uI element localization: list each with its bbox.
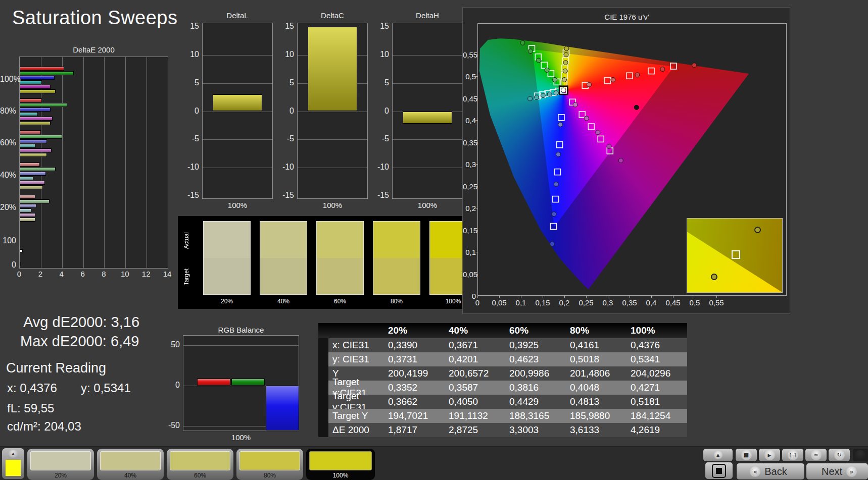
continuous-button[interactable]: ∞ <box>805 449 827 461</box>
table-cell: 200,9986 <box>505 366 566 381</box>
delta-bar <box>308 27 357 112</box>
y-group-label: 100 <box>0 236 16 245</box>
max-de2000-stat: Max dE2000: 6,49 <box>20 333 139 350</box>
y-tick-label: -10 <box>182 163 199 172</box>
bar-yellow-100% <box>20 89 56 93</box>
tick <box>543 296 543 298</box>
avg-de2000-stat: Avg dE2000: 3,16 <box>23 314 139 331</box>
table-row-gutter <box>318 381 328 395</box>
bar-blue-80% <box>20 108 51 112</box>
current-patch-button[interactable]: ▲ <box>2 448 24 479</box>
swatch-column-label: 100% <box>446 298 461 305</box>
y-group-label: 80% <box>0 106 16 116</box>
bar-green-60% <box>20 135 62 139</box>
current-cdm2-value: cd/m²: 204,03 <box>7 419 81 434</box>
y-tick-label: 15 <box>182 22 199 31</box>
actual-swatch <box>317 222 363 258</box>
tick <box>716 296 717 298</box>
tick <box>475 76 478 77</box>
measurement-table: 20%40%60%80%100%x: CIE310,33900,36710,39… <box>318 323 687 437</box>
tile-swatch <box>170 451 230 470</box>
bar-100 <box>20 249 23 252</box>
bar-red-60% <box>20 130 41 134</box>
play-button[interactable]: ▶ <box>759 449 780 461</box>
y-tick-label: 10 <box>277 50 294 59</box>
cie-zoom-inset <box>687 218 783 293</box>
back-button[interactable]: « Back <box>737 463 804 479</box>
table-header-cell: 60% <box>505 323 566 338</box>
tick <box>651 296 652 298</box>
cie-x-tick-label: 0,35 <box>622 298 637 307</box>
bar-0 <box>20 262 21 265</box>
tick <box>630 296 630 298</box>
saturation-tile-100%[interactable]: 100% <box>306 449 375 480</box>
bar-yellow-20% <box>20 218 35 222</box>
table-cell: 0,5341 <box>626 352 687 366</box>
gridline <box>203 112 272 112</box>
tile-swatch <box>309 451 372 470</box>
table-row: ΔE 20001,87172,87253,30033,61334,2619 <box>318 423 687 437</box>
saturation-tile-60%[interactable]: 60% <box>167 449 233 480</box>
toolbar-up-button[interactable]: ▲ <box>703 449 733 461</box>
actual-row-label: Actual <box>183 232 190 249</box>
bar-green-20% <box>20 199 50 203</box>
y-group-label: 0 <box>0 260 16 270</box>
y-tick-label: 0 <box>277 106 294 116</box>
y-tick-label: 15 <box>372 22 389 31</box>
saturation-tile-20%[interactable]: 20% <box>27 449 94 480</box>
table-cell: 0,3352 <box>384 381 445 395</box>
stop-button[interactable]: ■ <box>736 449 757 461</box>
bar-magenta-40% <box>20 181 45 185</box>
next-chevron-icon: » <box>846 466 857 477</box>
cie-y-tick-label: 0,05 <box>463 270 476 278</box>
deltal-x-label: 100% <box>202 201 273 209</box>
cie-y-tick-label: 0,2 <box>463 204 476 212</box>
table-cell: 0,3662 <box>384 395 445 409</box>
back-button-label: Back <box>764 466 787 477</box>
gridline <box>104 57 105 268</box>
bar-red-100% <box>20 67 64 71</box>
back-chevron-icon: « <box>750 466 760 477</box>
gridline <box>298 139 367 140</box>
gridline <box>125 57 126 268</box>
tick <box>475 164 478 165</box>
swatch-column-40% <box>260 221 307 295</box>
swatch-column-60% <box>316 221 364 295</box>
saturation-tile-80%[interactable]: 80% <box>236 449 303 480</box>
cie-x-tick-label: 0,55 <box>709 298 724 307</box>
step-button[interactable]: [··] <box>782 449 803 461</box>
delta-bar <box>403 112 452 124</box>
tick <box>475 230 478 231</box>
table-cell: 200,6572 <box>445 366 505 381</box>
table-cell: 194,7021 <box>384 409 445 423</box>
table-row-gutter <box>318 366 328 381</box>
table-cell: 0,3731 <box>384 352 445 366</box>
table-cell: 2,8725 <box>445 423 505 437</box>
table-header-cell: 20% <box>384 323 445 338</box>
stop-target-button[interactable] <box>705 462 733 479</box>
table-cell: 191,1132 <box>445 409 505 423</box>
saturation-tile-40%[interactable]: 40% <box>97 449 164 480</box>
bar-green-40% <box>20 167 56 171</box>
tick <box>673 296 673 298</box>
bar-magenta-80% <box>20 117 53 121</box>
y-tick-label: 0 <box>372 106 389 116</box>
refresh-button[interactable]: ↻ <box>829 449 850 461</box>
y-tick-label: -10 <box>372 163 389 172</box>
deltal-chart <box>202 23 273 199</box>
table-cell: 201,4806 <box>566 366 626 381</box>
patch-up-arrow-icon[interactable]: ▲ <box>8 450 18 458</box>
cie-chromaticity-diagram <box>477 23 787 296</box>
actual-target-swatch-panel: Actual Target 20%40%60%80%100% <box>178 216 463 309</box>
tick <box>475 274 478 275</box>
tile-swatch <box>100 451 161 470</box>
table-row: y: CIE310,37310,42010,46230,50180,5341 <box>318 352 687 366</box>
next-button[interactable]: Next » <box>806 463 868 479</box>
cie-y-tick-label: 0,3 <box>463 160 476 169</box>
current-x-value: x: 0,4376 <box>7 381 57 395</box>
table-cell: 0,4201 <box>445 352 505 366</box>
inset-target-square <box>732 250 740 259</box>
tile-label: 60% <box>167 472 233 479</box>
rgb-bar-green <box>231 379 265 386</box>
cie-x-tick-label: 0,1 <box>516 298 526 307</box>
